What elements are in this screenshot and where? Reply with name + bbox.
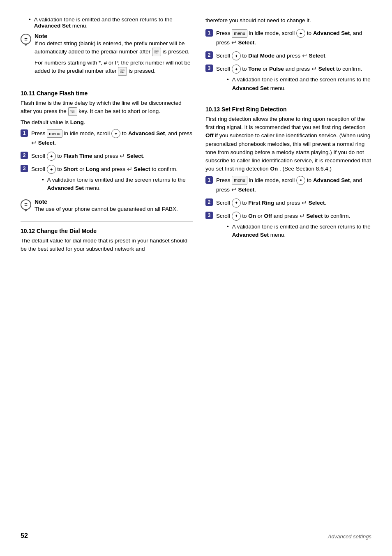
step-10-13-1: 1 Press menu in idle mode, scroll to Adv… bbox=[205, 176, 371, 195]
step-content-r4: Press menu in idle mode, scroll to Advan… bbox=[216, 176, 371, 195]
step-content-r5: Scroll to First Ring and press ↵ Select. bbox=[216, 198, 371, 208]
step-num-1: 1 bbox=[21, 129, 28, 137]
select-icon-r6: ↵ bbox=[300, 211, 305, 221]
step-num-r5: 2 bbox=[205, 198, 213, 206]
step-num-r4: 1 bbox=[205, 176, 213, 184]
select-icon-r4: ↵ bbox=[231, 185, 237, 195]
note-text-1b: For numbers starting with *, # or P, the… bbox=[35, 59, 193, 76]
talk-icon-2: ☏ bbox=[118, 67, 127, 76]
section-10-11-desc: Flash time is the time delay by which th… bbox=[21, 99, 193, 116]
select-icon-r1: ↵ bbox=[231, 38, 237, 48]
note-icon-2: = bbox=[21, 199, 31, 210]
note-text-1a: If no detect string (blank) is entered, … bbox=[35, 39, 193, 56]
intro-bullet: A validation tone is emitted and the scr… bbox=[21, 16, 193, 29]
step-content-1: Press menu in idle mode, scroll to Advan… bbox=[31, 129, 193, 148]
scroll-icon-1 bbox=[111, 129, 120, 138]
note-label-2: Note bbox=[35, 198, 193, 205]
section-10-12-title: 10.12 Change the Dial Mode bbox=[21, 228, 193, 234]
select-icon-r2: ↵ bbox=[302, 51, 307, 61]
footer: 52 Advanced settings bbox=[21, 528, 371, 540]
step-10-12-2: 2 Scroll to Dial Mode and press ↵ Select… bbox=[205, 51, 371, 61]
scroll-icon-r4 bbox=[296, 176, 305, 185]
steps-10-12: 1 Press menu in idle mode, scroll to Adv… bbox=[205, 29, 371, 94]
step-10-11-3: 3 Scroll to Short or Long and press ↵ Se… bbox=[21, 164, 193, 194]
scroll-icon-r2 bbox=[232, 51, 241, 60]
step-10-13-3: 3 Scroll to On or Off and press ↵ Select… bbox=[205, 211, 371, 241]
scroll-icon-r5 bbox=[232, 198, 241, 208]
note-label-1: Note bbox=[35, 33, 193, 39]
step-content-r2: Scroll to Dial Mode and press ↵ Select. bbox=[216, 51, 371, 61]
step-10-11-2: 2 Scroll to Flash Time and press ↵ Selec… bbox=[21, 151, 193, 161]
step-num-r2: 2 bbox=[205, 51, 213, 59]
talk-icon-3: ☏ bbox=[68, 107, 77, 116]
note-content-2: Note The use of your phone cannot be gua… bbox=[35, 198, 193, 216]
select-icon-2: ↵ bbox=[120, 151, 125, 161]
menu-icon-r4: menu bbox=[232, 176, 247, 185]
note-content-1: Note If no detect string (blank) is ente… bbox=[35, 33, 193, 78]
right-column: therefore you should not need to change … bbox=[205, 16, 371, 520]
step-10-11-3-bullet: A validation tone is emitted and the scr… bbox=[31, 176, 193, 193]
select-icon-1: ↵ bbox=[31, 138, 37, 148]
section-10-11-title: 10.11 Change Flash time bbox=[21, 90, 193, 97]
step-num-r1: 1 bbox=[205, 29, 213, 37]
step-num-r6: 3 bbox=[205, 212, 213, 219]
steps-10-11: 1 Press menu in idle mode, scroll to Adv… bbox=[21, 129, 193, 194]
section-10-11-default: The default value is Long. bbox=[21, 118, 193, 127]
select-icon-r3: ↵ bbox=[311, 64, 317, 74]
scroll-icon-r3 bbox=[232, 65, 241, 74]
step-content-2: Scroll to Flash Time and press ↵ Select. bbox=[31, 151, 193, 161]
footer-label: Advanced settings bbox=[328, 533, 371, 540]
left-column: A validation tone is emitted and the scr… bbox=[21, 16, 193, 520]
select-icon-r5: ↵ bbox=[302, 198, 307, 208]
scroll-icon-3 bbox=[47, 165, 56, 174]
section-10-13-title: 10.13 Set First Ring Detection bbox=[205, 106, 371, 113]
step-num-r3: 3 bbox=[205, 65, 213, 72]
note-icon-1: = bbox=[21, 34, 31, 44]
intro-bullet-text: A validation tone is emitted and the scr… bbox=[34, 16, 193, 29]
steps-10-13: 1 Press menu in idle mode, scroll to Adv… bbox=[205, 176, 371, 241]
section-10-13-desc: First ring detection allows the phone to… bbox=[205, 115, 371, 173]
step-10-13-3-bullet: A validation tone is emitted and the scr… bbox=[216, 223, 371, 240]
scroll-icon-2 bbox=[47, 152, 56, 161]
step-content-r3: Scroll to Tone or Pulse and press ↵ Sele… bbox=[216, 64, 371, 94]
page-number: 52 bbox=[21, 532, 28, 540]
note-box-1: = Note If no detect string (blank) is en… bbox=[21, 33, 193, 78]
divider-1 bbox=[21, 84, 193, 84]
section-10-12-desc: The default value for dial mode that is … bbox=[21, 237, 193, 254]
menu-icon-1: menu bbox=[47, 129, 62, 138]
step-content-r6: Scroll to On or Off and press ↵ Select t… bbox=[216, 211, 371, 241]
step-10-12-3-bullet: A validation tone is emitted and the scr… bbox=[216, 76, 371, 92]
talk-icon-1: ☏ bbox=[152, 48, 161, 56]
step-num-3: 3 bbox=[21, 165, 28, 172]
divider-2 bbox=[21, 221, 193, 222]
scroll-icon-r1 bbox=[296, 29, 305, 38]
step-10-12-3: 3 Scroll to Tone or Pulse and press ↵ Se… bbox=[205, 64, 371, 94]
select-icon-3: ↵ bbox=[127, 164, 132, 174]
note-text-2: The use of your phone cannot be guarante… bbox=[35, 205, 193, 213]
step-content-r1: Press menu in idle mode, scroll to Advan… bbox=[216, 29, 371, 48]
step-10-11-1: 1 Press menu in idle mode, scroll to Adv… bbox=[21, 129, 193, 148]
step-10-13-2: 2 Scroll to First Ring and press ↵ Selec… bbox=[205, 198, 371, 208]
step-num-2: 2 bbox=[21, 152, 28, 159]
page: A validation tone is emitted and the scr… bbox=[0, 0, 392, 556]
right-intro-text: therefore you should not need to change … bbox=[205, 16, 371, 25]
step-content-3: Scroll to Short or Long and press ↵ Sele… bbox=[31, 164, 193, 194]
menu-icon-r1: menu bbox=[232, 29, 247, 38]
note-box-2: = Note The use of your phone cannot be g… bbox=[21, 198, 193, 216]
divider-r1 bbox=[205, 100, 371, 100]
scroll-icon-r6 bbox=[232, 212, 241, 221]
step-10-12-1: 1 Press menu in idle mode, scroll to Adv… bbox=[205, 29, 371, 48]
two-column-layout: A validation tone is emitted and the scr… bbox=[21, 16, 371, 520]
